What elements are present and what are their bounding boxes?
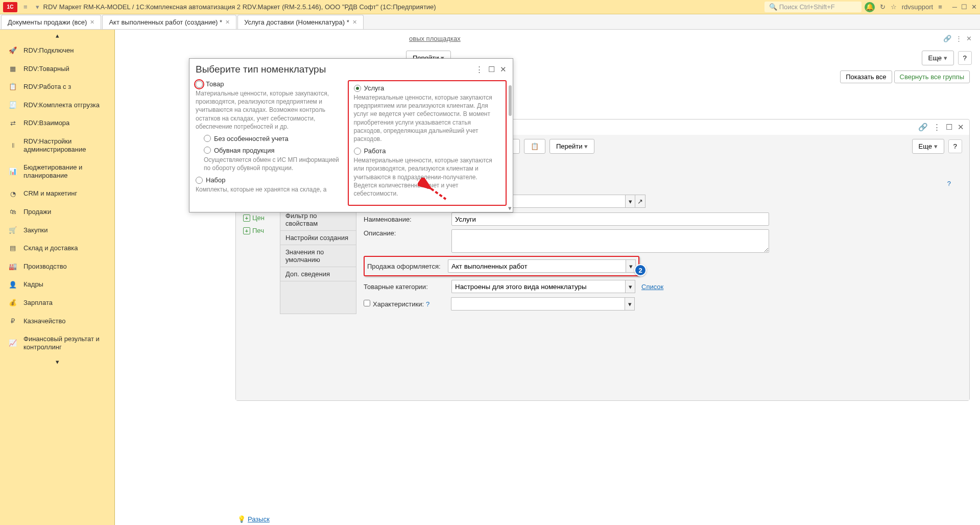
star-icon[interactable]: ☆ (891, 3, 897, 11)
cat-label: Товарные категории: (364, 283, 451, 291)
nav-item-info[interactable]: Доп. сведения (280, 267, 356, 281)
sidebar-item-rdv-shipping[interactable]: 🧾RDV:Комплекта отгрузка (0, 96, 114, 114)
search-input[interactable]: 🔍 Поиск Ctrl+Shift+F (764, 2, 862, 12)
cat-input[interactable] (451, 280, 625, 293)
maximize-icon[interactable]: ☐ (488, 65, 495, 74)
sale-input[interactable] (448, 259, 626, 273)
close-icon[interactable]: ✕ (500, 65, 507, 74)
sidebar-item-rdv-exchange[interactable]: ⇄RDV:Взаимора (0, 114, 114, 132)
highlighted-options: Услуга Нематериальные ценности, которые … (348, 80, 507, 206)
goto-button[interactable]: Перейти (549, 139, 594, 154)
kebab-icon[interactable]: ⋮ (475, 65, 483, 74)
radio-option-set[interactable]: Набор Комплекты, которые не хранятся на … (196, 176, 343, 194)
radio-label: Без особенностей учета (214, 135, 289, 142)
name-label: Наименование: (364, 216, 451, 223)
help-button[interactable]: ? (958, 51, 972, 65)
kebab-icon[interactable]: ⋮ (933, 123, 941, 132)
close-icon[interactable]: ✕ (958, 123, 964, 132)
dropdown-icon[interactable]: ▾ (625, 280, 635, 293)
sidebar-item-rdv-connect[interactable]: 🚀RDV:Подключен (0, 41, 114, 60)
tab-label: Услуга доставки (Номенклатура) * (244, 18, 349, 26)
chevron-down-icon[interactable]: ▾ (36, 3, 39, 11)
sidebar-item-crm[interactable]: ◔CRM и маркетинг (0, 184, 114, 203)
nav-item-defaults[interactable]: Значения по умолчанию (280, 245, 356, 267)
show-all-button[interactable]: Показать все (840, 70, 892, 83)
help-icon[interactable]: ? (426, 300, 429, 308)
bg-link[interactable]: овых площадках (409, 35, 461, 42)
radio-option-service[interactable]: Услуга Нематериальные ценности, которые … (354, 84, 501, 143)
close-icon[interactable]: ✕ (90, 19, 94, 26)
radio-option-tovar[interactable]: Товар Материальные ценности, которые зак… (196, 80, 343, 131)
radio-option-shoes[interactable]: Обувная продукция Осуществляется обмен с… (204, 147, 343, 172)
sidebar-item-rdv-work[interactable]: 📋RDV:Работа с з (0, 78, 114, 96)
radio-desc: Нематериальные ценности, которые закупаю… (354, 93, 501, 143)
user-label[interactable]: rdvsupport (902, 3, 933, 11)
sidebar-item-budget[interactable]: 📊Бюджетирование и планирование (0, 158, 114, 184)
sidebar-item-treasury[interactable]: ₽Казначейство (0, 312, 114, 330)
radio-option-no-features[interactable]: Без особенностей учета (204, 135, 343, 142)
sidebar-item-warehouse[interactable]: ▤Склад и доставка (0, 239, 114, 257)
history-icon[interactable]: ↻ (880, 3, 886, 11)
close-icon[interactable]: ✕ (971, 3, 977, 11)
sidebar-item-rdv-settings[interactable]: ⦀RDV:Настройки администрирование (0, 132, 114, 158)
tab-act[interactable]: Акт выполненных работ (создание) * ✕ (102, 15, 236, 29)
sidebar-item-purchases[interactable]: 🛒Закупки (0, 221, 114, 240)
dropdown-icon[interactable]: ≡ (23, 3, 28, 11)
scrollbar[interactable] (509, 85, 512, 116)
more-button[interactable]: Еще (912, 139, 944, 154)
char-checkbox[interactable] (364, 300, 370, 306)
help-icon[interactable]: ? (947, 180, 951, 187)
dropdown-icon[interactable]: ▾ (625, 297, 635, 311)
close-icon[interactable]: ✕ (225, 19, 230, 26)
tree-item[interactable]: +Печ (243, 224, 274, 237)
cat-list-link[interactable]: Список (641, 283, 663, 291)
maximize-icon[interactable]: ☐ (961, 3, 967, 11)
kebab-icon[interactable]: ⋮ (955, 35, 962, 42)
exchange-icon: ⇄ (8, 120, 17, 127)
radio-label: Работа (364, 147, 386, 155)
close-icon[interactable]: ✕ (966, 35, 972, 42)
minimize-icon[interactable]: ─ (952, 3, 957, 11)
sidebar-collapse-up[interactable]: ▴ (0, 30, 114, 41)
sidebar-item-production[interactable]: 🏭Производство (0, 257, 114, 276)
open-icon[interactable]: ↗ (635, 195, 646, 208)
char-input[interactable] (451, 297, 625, 311)
name-input[interactable] (451, 212, 769, 226)
sidebar-item-salary[interactable]: 💰Зарплата (0, 294, 114, 312)
bell-icon[interactable]: 🔔 (865, 2, 875, 12)
radio-label: Набор (206, 176, 226, 184)
link-icon[interactable]: 🔗 (943, 35, 951, 42)
pie-icon: ◔ (8, 190, 17, 198)
tree-label: Печ (252, 227, 264, 234)
bulb-icon: 💡 (237, 515, 246, 523)
icon-button[interactable]: 📋 (524, 139, 545, 154)
footer-hint[interactable]: 💡 Разыск (237, 515, 270, 523)
link-icon[interactable]: 🔗 (918, 123, 928, 132)
sidebar-collapse-down[interactable]: ▾ (0, 356, 114, 368)
footer-link: Разыск (248, 515, 270, 523)
tree-item[interactable]: +Цен (243, 211, 274, 224)
radio-desc: Материальные ценности, которые закупаютс… (196, 89, 343, 131)
sidebar-item-rdv-goods[interactable]: ▦RDV:Товарный (0, 60, 114, 78)
chart-icon: 📊 (8, 168, 17, 175)
radio-icon (204, 135, 211, 142)
radio-label: Товар (206, 80, 224, 88)
tab-documents[interactable]: Документы продажи (все) ✕ (1, 15, 101, 29)
maximize-icon[interactable]: ☐ (946, 123, 952, 132)
more-button[interactable]: Еще (922, 51, 954, 65)
help-button[interactable]: ? (948, 139, 962, 153)
desc-input[interactable] (451, 229, 769, 253)
sidebar-item-sales[interactable]: 🛍Продажи (0, 203, 114, 221)
collapse-all-button[interactable]: Свернуть все группы (894, 70, 970, 83)
radio-icon (354, 148, 361, 155)
close-icon[interactable]: ✕ (352, 19, 357, 26)
menu-icon[interactable]: ≡ (938, 3, 942, 11)
sidebar-item-hr[interactable]: 👤Кадры (0, 275, 114, 294)
sidebar-item-finance[interactable]: 📈Финансовый результат и контроллинг (0, 330, 114, 356)
sidebar-label: Закупки (23, 226, 47, 234)
radio-option-work[interactable]: Работа Нематериальные ценности, которые … (354, 147, 501, 198)
tab-service[interactable]: Услуга доставки (Номенклатура) * ✕ (237, 15, 364, 29)
scroll-down-icon[interactable]: ▾ (508, 204, 512, 212)
dropdown-icon[interactable]: ▾ (625, 195, 635, 208)
nav-item-creation[interactable]: Настройки создания (280, 231, 356, 245)
